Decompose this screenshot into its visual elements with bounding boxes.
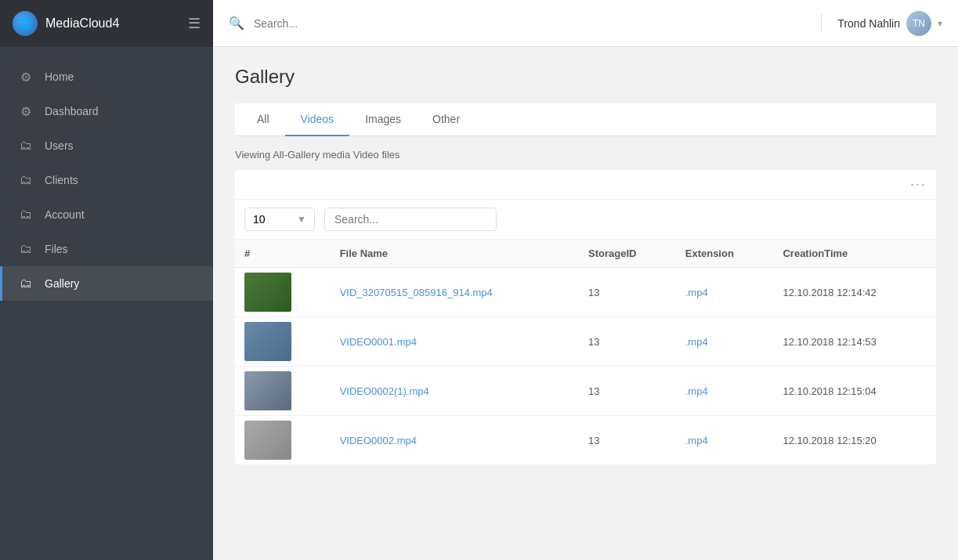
per-page-select[interactable]: 10 ▼: [244, 208, 315, 231]
col-extension: Extension: [676, 240, 774, 268]
cell-creationtime: 12.10.2018 12:15:20: [773, 416, 936, 465]
user-name: Trond Nahlin: [837, 17, 900, 30]
sidebar-nav: ⚙ Home ⚙ Dashboard 🗂 Users 🗂 Clients 🗂 A…: [0, 47, 213, 560]
cell-storageid: 13: [579, 416, 676, 465]
sidebar-item-files[interactable]: 🗂 Files: [0, 232, 213, 266]
sidebar-item-account[interactable]: 🗂 Account: [0, 197, 213, 232]
cell-extension: .mp4: [676, 317, 774, 367]
sidebar-item-home-label: Home: [45, 70, 74, 83]
sidebar-item-dashboard[interactable]: ⚙ Dashboard: [0, 94, 213, 128]
sidebar-item-dashboard-label: Dashboard: [45, 105, 99, 117]
table-row: VIDEO0002(1).mp4 13 .mp4 12.10.2018 12:1…: [235, 367, 936, 416]
per-page-value: 10: [253, 213, 291, 226]
sidebar-item-clients[interactable]: 🗂 Clients: [0, 163, 213, 197]
col-number: #: [235, 240, 331, 268]
main-area: 🔍 Trond Nahlin TN ▾ Gallery All Videos I…: [213, 0, 958, 560]
table-row: VID_32070515_085916_914.mp4 13 .mp4 12.1…: [235, 268, 936, 317]
home-icon: ⚙: [18, 69, 34, 85]
sidebar-item-clients-label: Clients: [45, 174, 78, 186]
tab-all[interactable]: All: [241, 103, 285, 136]
sidebar-item-account-label: Account: [45, 208, 85, 221]
table-row: VIDEO0001.mp4 13 .mp4 12.10.2018 12:14:5…: [235, 317, 936, 367]
tab-images[interactable]: Images: [349, 103, 417, 136]
col-storageid: StorageID: [579, 240, 676, 268]
chevron-down-icon: ▾: [938, 18, 942, 29]
app-logo: 🌐: [13, 11, 38, 36]
sidebar-item-users[interactable]: 🗂 Users: [0, 128, 213, 163]
file-link[interactable]: VIDEO0002(1).mp4: [340, 385, 429, 397]
thumbnail: [244, 322, 291, 361]
cell-extension: .mp4: [676, 367, 774, 416]
sidebar-item-gallery-label: Gallery: [45, 277, 79, 290]
cell-storageid: 13: [579, 367, 676, 416]
topbar-divider: [821, 14, 822, 33]
cell-thumb: [235, 268, 331, 317]
tab-other[interactable]: Other: [417, 103, 475, 136]
cell-storageid: 13: [579, 268, 676, 317]
sidebar-item-home[interactable]: ⚙ Home: [0, 60, 213, 94]
account-icon: 🗂: [18, 207, 34, 222]
files-table: # File Name StorageID Extension Creation…: [235, 240, 936, 464]
file-link[interactable]: VIDEO0002.mp4: [340, 435, 417, 446]
cell-extension: .mp4: [676, 268, 774, 317]
clients-icon: 🗂: [18, 172, 34, 188]
dashboard-icon: ⚙: [18, 103, 34, 119]
page-title: Gallery: [235, 66, 936, 88]
search-icon: 🔍: [229, 16, 244, 31]
per-page-arrow-icon: ▼: [297, 214, 306, 225]
thumbnail: [244, 421, 291, 460]
sidebar: 🌐 MediaCloud4 ☰ ⚙ Home ⚙ Dashboard 🗂 Use…: [0, 0, 213, 560]
user-menu[interactable]: Trond Nahlin TN ▾: [837, 11, 942, 36]
sidebar-header: 🌐 MediaCloud4 ☰: [0, 0, 213, 47]
cell-thumb: [235, 317, 331, 367]
cell-storageid: 13: [579, 317, 676, 367]
table-toolbar: ···: [235, 170, 936, 200]
table-search-input[interactable]: [324, 208, 497, 231]
app-name: MediaCloud4: [45, 16, 180, 31]
viewing-text: Viewing All-Gallery media Video files: [235, 149, 936, 161]
cell-filename: VIDEO0002.mp4: [331, 416, 579, 465]
topbar: 🔍 Trond Nahlin TN ▾: [213, 0, 958, 47]
users-icon: 🗂: [18, 138, 34, 154]
file-link[interactable]: VID_32070515_085916_914.mp4: [340, 287, 493, 298]
menu-icon[interactable]: ☰: [188, 15, 201, 32]
sidebar-item-files-label: Files: [45, 243, 68, 255]
more-options-button[interactable]: ···: [910, 176, 927, 193]
cell-creationtime: 12.10.2018 12:15:04: [773, 367, 936, 416]
cell-filename: VIDEO0001.mp4: [331, 317, 579, 367]
thumbnail: [244, 371, 291, 410]
sidebar-item-gallery[interactable]: 🗂 Gallery: [0, 266, 213, 301]
tabs-bar: All Videos Images Other: [235, 103, 936, 136]
cell-filename: VID_32070515_085916_914.mp4: [331, 268, 579, 317]
cell-creationtime: 12.10.2018 12:14:53: [773, 317, 936, 367]
col-creationtime: CreationTime: [773, 240, 936, 268]
files-icon: 🗂: [18, 241, 34, 257]
cell-filename: VIDEO0002(1).mp4: [331, 367, 579, 416]
thumbnail: [244, 273, 291, 312]
file-link[interactable]: VIDEO0001.mp4: [340, 336, 417, 348]
col-filename: File Name: [331, 240, 579, 268]
table-controls: 10 ▼: [235, 200, 936, 240]
table-row: VIDEO0002.mp4 13 .mp4 12.10.2018 12:15:2…: [235, 416, 936, 465]
content-area: Gallery All Videos Images Other Viewing …: [213, 47, 958, 560]
cell-thumb: [235, 367, 331, 416]
search-input[interactable]: [254, 17, 805, 30]
sidebar-item-users-label: Users: [45, 139, 74, 152]
cell-thumb: [235, 416, 331, 465]
gallery-icon: 🗂: [18, 276, 34, 291]
avatar: TN: [906, 11, 931, 36]
cell-creationtime: 12.10.2018 12:14:42: [773, 268, 936, 317]
table-container: ··· 10 ▼ # File Name StorageID Extension…: [235, 170, 936, 464]
cell-extension: .mp4: [676, 416, 774, 465]
tab-videos[interactable]: Videos: [285, 103, 350, 136]
